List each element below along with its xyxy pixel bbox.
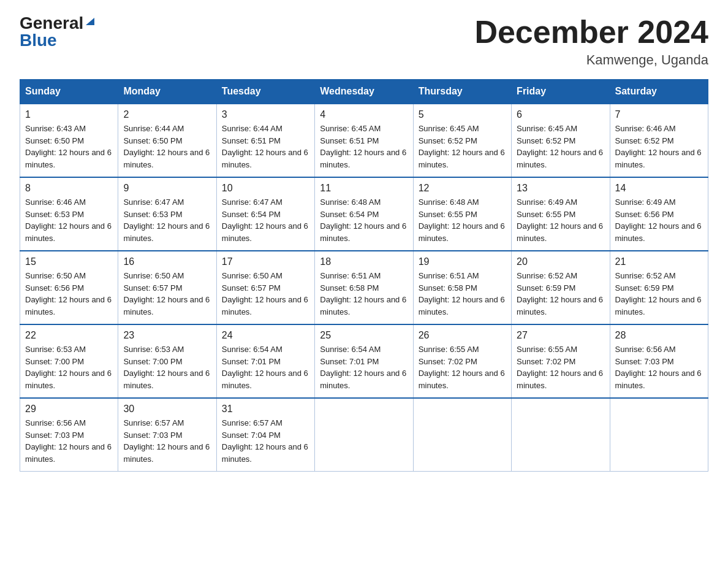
calendar-header-thursday: Thursday (413, 80, 511, 104)
day-info: Sunrise: 6:44 AMSunset: 6:51 PMDaylight:… (222, 124, 308, 169)
day-info: Sunrise: 6:54 AMSunset: 7:01 PMDaylight:… (320, 345, 406, 390)
title-area: December 2024 Kamwenge, Uganda (474, 15, 708, 68)
logo-triangle-icon (85, 15, 96, 26)
calendar-cell: 4 Sunrise: 6:45 AMSunset: 6:51 PMDayligh… (315, 104, 413, 177)
calendar-cell: 30 Sunrise: 6:57 AMSunset: 7:03 PMDaylig… (118, 398, 216, 472)
day-number: 29 (25, 404, 113, 415)
calendar-cell: 16 Sunrise: 6:50 AMSunset: 6:57 PMDaylig… (118, 251, 216, 324)
day-info: Sunrise: 6:55 AMSunset: 7:02 PMDaylight:… (517, 345, 603, 390)
page-header: General Blue December 2024 Kamwenge, Uga… (20, 15, 708, 68)
day-number: 23 (123, 330, 211, 341)
day-number: 1 (25, 109, 113, 120)
calendar-week-row: 8 Sunrise: 6:46 AMSunset: 6:53 PMDayligh… (20, 177, 708, 251)
day-number: 17 (222, 256, 309, 267)
day-number: 3 (222, 109, 309, 120)
day-number: 13 (517, 183, 604, 194)
day-info: Sunrise: 6:54 AMSunset: 7:01 PMDaylight:… (222, 345, 308, 390)
calendar-cell: 28 Sunrise: 6:56 AMSunset: 7:03 PMDaylig… (610, 324, 708, 398)
day-info: Sunrise: 6:50 AMSunset: 6:57 PMDaylight:… (123, 271, 210, 316)
day-info: Sunrise: 6:48 AMSunset: 6:54 PMDaylight:… (320, 197, 406, 243)
logo-general-text: General (20, 15, 83, 32)
calendar-cell: 20 Sunrise: 6:52 AMSunset: 6:59 PMDaylig… (512, 251, 610, 324)
calendar-table: SundayMondayTuesdayWednesdayThursdayFrid… (20, 79, 708, 472)
calendar-cell: 7 Sunrise: 6:46 AMSunset: 6:52 PMDayligh… (610, 104, 708, 177)
logo-blue-text: Blue (20, 32, 57, 49)
day-number: 18 (320, 256, 408, 267)
calendar-cell: 5 Sunrise: 6:45 AMSunset: 6:52 PMDayligh… (413, 104, 511, 177)
day-info: Sunrise: 6:48 AMSunset: 6:55 PMDaylight:… (419, 197, 505, 243)
day-number: 5 (419, 109, 506, 120)
day-number: 20 (517, 256, 604, 267)
day-number: 14 (615, 183, 703, 194)
day-info: Sunrise: 6:52 AMSunset: 6:59 PMDaylight:… (517, 271, 603, 316)
calendar-header-row: SundayMondayTuesdayWednesdayThursdayFrid… (20, 80, 708, 104)
calendar-cell: 3 Sunrise: 6:44 AMSunset: 6:51 PMDayligh… (216, 104, 314, 177)
calendar-week-row: 22 Sunrise: 6:53 AMSunset: 7:00 PMDaylig… (20, 324, 708, 398)
day-number: 21 (615, 256, 703, 267)
calendar-header-monday: Monday (118, 80, 216, 104)
day-number: 2 (123, 109, 211, 120)
day-info: Sunrise: 6:45 AMSunset: 6:52 PMDaylight:… (517, 124, 603, 169)
day-info: Sunrise: 6:47 AMSunset: 6:54 PMDaylight:… (222, 197, 308, 243)
calendar-cell: 10 Sunrise: 6:47 AMSunset: 6:54 PMDaylig… (216, 177, 314, 251)
calendar-cell: 22 Sunrise: 6:53 AMSunset: 7:00 PMDaylig… (20, 324, 118, 398)
day-info: Sunrise: 6:56 AMSunset: 7:03 PMDaylight:… (25, 418, 112, 464)
location: Kamwenge, Uganda (474, 52, 708, 68)
calendar-cell: 14 Sunrise: 6:49 AMSunset: 6:56 PMDaylig… (610, 177, 708, 251)
day-number: 4 (320, 109, 408, 120)
day-number: 11 (320, 183, 408, 194)
calendar-cell: 18 Sunrise: 6:51 AMSunset: 6:58 PMDaylig… (315, 251, 413, 324)
calendar-cell (315, 398, 413, 472)
calendar-cell: 12 Sunrise: 6:48 AMSunset: 6:55 PMDaylig… (413, 177, 511, 251)
day-info: Sunrise: 6:57 AMSunset: 7:03 PMDaylight:… (123, 418, 210, 464)
day-number: 19 (419, 256, 506, 267)
calendar-header-sunday: Sunday (20, 80, 118, 104)
day-number: 12 (419, 183, 506, 194)
day-info: Sunrise: 6:46 AMSunset: 6:53 PMDaylight:… (25, 197, 112, 243)
calendar-cell: 26 Sunrise: 6:55 AMSunset: 7:02 PMDaylig… (413, 324, 511, 398)
day-info: Sunrise: 6:45 AMSunset: 6:52 PMDaylight:… (419, 124, 505, 169)
day-number: 7 (615, 109, 703, 120)
day-number: 8 (25, 183, 113, 194)
calendar-week-row: 15 Sunrise: 6:50 AMSunset: 6:56 PMDaylig… (20, 251, 708, 324)
calendar-cell: 17 Sunrise: 6:50 AMSunset: 6:57 PMDaylig… (216, 251, 314, 324)
calendar-cell: 29 Sunrise: 6:56 AMSunset: 7:03 PMDaylig… (20, 398, 118, 472)
day-number: 9 (123, 183, 211, 194)
calendar-header-tuesday: Tuesday (216, 80, 314, 104)
day-number: 28 (615, 330, 703, 341)
day-info: Sunrise: 6:52 AMSunset: 6:59 PMDaylight:… (615, 271, 702, 316)
calendar-cell: 11 Sunrise: 6:48 AMSunset: 6:54 PMDaylig… (315, 177, 413, 251)
calendar-header-wednesday: Wednesday (315, 80, 413, 104)
month-title: December 2024 (474, 15, 708, 50)
day-number: 25 (320, 330, 408, 341)
day-info: Sunrise: 6:44 AMSunset: 6:50 PMDaylight:… (123, 124, 210, 169)
calendar-cell: 21 Sunrise: 6:52 AMSunset: 6:59 PMDaylig… (610, 251, 708, 324)
calendar-header-friday: Friday (512, 80, 610, 104)
day-info: Sunrise: 6:51 AMSunset: 6:58 PMDaylight:… (419, 271, 505, 316)
calendar-cell (610, 398, 708, 472)
calendar-cell: 27 Sunrise: 6:55 AMSunset: 7:02 PMDaylig… (512, 324, 610, 398)
calendar-cell: 23 Sunrise: 6:53 AMSunset: 7:00 PMDaylig… (118, 324, 216, 398)
calendar-cell: 13 Sunrise: 6:49 AMSunset: 6:55 PMDaylig… (512, 177, 610, 251)
calendar-cell: 25 Sunrise: 6:54 AMSunset: 7:01 PMDaylig… (315, 324, 413, 398)
day-info: Sunrise: 6:50 AMSunset: 6:57 PMDaylight:… (222, 271, 308, 316)
calendar-cell: 19 Sunrise: 6:51 AMSunset: 6:58 PMDaylig… (413, 251, 511, 324)
day-number: 31 (222, 404, 309, 415)
day-info: Sunrise: 6:53 AMSunset: 7:00 PMDaylight:… (123, 345, 210, 390)
day-info: Sunrise: 6:47 AMSunset: 6:53 PMDaylight:… (123, 197, 210, 243)
day-info: Sunrise: 6:50 AMSunset: 6:56 PMDaylight:… (25, 271, 112, 316)
calendar-cell: 2 Sunrise: 6:44 AMSunset: 6:50 PMDayligh… (118, 104, 216, 177)
day-info: Sunrise: 6:43 AMSunset: 6:50 PMDaylight:… (25, 124, 112, 169)
day-number: 24 (222, 330, 309, 341)
calendar-cell: 1 Sunrise: 6:43 AMSunset: 6:50 PMDayligh… (20, 104, 118, 177)
day-info: Sunrise: 6:49 AMSunset: 6:56 PMDaylight:… (615, 197, 702, 243)
day-number: 10 (222, 183, 309, 194)
day-info: Sunrise: 6:53 AMSunset: 7:00 PMDaylight:… (25, 345, 112, 390)
calendar-cell: 15 Sunrise: 6:50 AMSunset: 6:56 PMDaylig… (20, 251, 118, 324)
calendar-cell: 9 Sunrise: 6:47 AMSunset: 6:53 PMDayligh… (118, 177, 216, 251)
calendar-week-row: 1 Sunrise: 6:43 AMSunset: 6:50 PMDayligh… (20, 104, 708, 177)
calendar-cell: 8 Sunrise: 6:46 AMSunset: 6:53 PMDayligh… (20, 177, 118, 251)
day-info: Sunrise: 6:49 AMSunset: 6:55 PMDaylight:… (517, 197, 603, 243)
day-info: Sunrise: 6:46 AMSunset: 6:52 PMDaylight:… (615, 124, 702, 169)
day-info: Sunrise: 6:57 AMSunset: 7:04 PMDaylight:… (222, 418, 308, 464)
